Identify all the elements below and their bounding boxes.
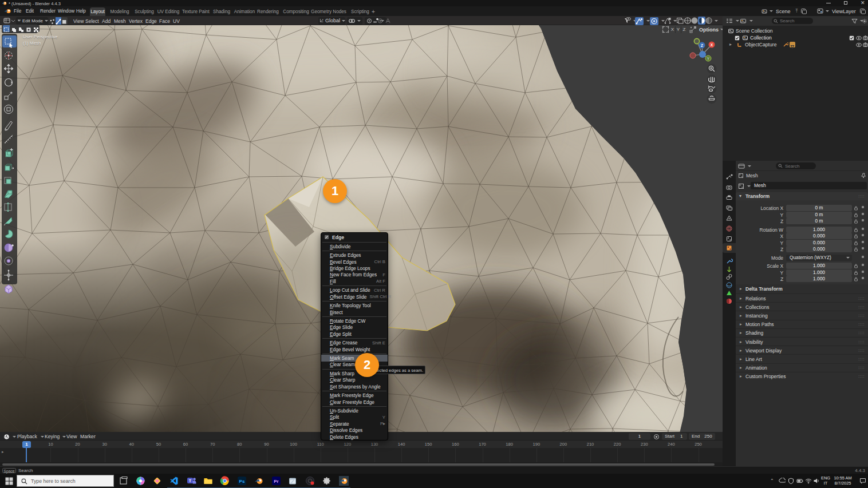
- svg-text:Pr: Pr: [274, 479, 278, 484]
- svg-text:T: T: [189, 479, 192, 483]
- svg-text:Y: Y: [707, 57, 710, 61]
- svg-text:Z: Z: [701, 43, 703, 47]
- svg-text:X: X: [711, 43, 713, 47]
- svg-text:Ps: Ps: [239, 479, 245, 484]
